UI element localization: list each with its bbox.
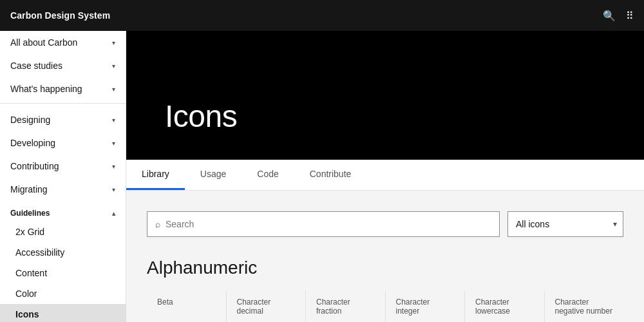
search-icon[interactable]: 🔍 xyxy=(603,10,616,22)
tabs-bar: Library Usage Code Contribute xyxy=(126,160,644,191)
table-header-character-integer: Character integer xyxy=(386,291,465,322)
table-header-character-fraction: Character fraction xyxy=(306,291,385,322)
tab-usage[interactable]: Usage xyxy=(185,160,242,190)
sidebar-item-icons[interactable]: Icons xyxy=(0,304,126,322)
tab-library[interactable]: Library xyxy=(126,160,185,190)
main-layout: All about Carbon ▾ Case studies ▾ What's… xyxy=(0,31,644,322)
sidebar-item-case-studies[interactable]: Case studies ▾ xyxy=(0,54,126,77)
table-header-character-lowercase: Character lowercase xyxy=(465,291,544,322)
chevron-down-icon: ▾ xyxy=(112,140,115,147)
sidebar-item-designing[interactable]: Designing ▾ xyxy=(0,108,126,131)
sidebar-item-migrating[interactable]: Migrating ▾ xyxy=(0,178,126,201)
chevron-down-icon: ▾ xyxy=(112,86,115,93)
sidebar-item-accessibility[interactable]: Accessibility xyxy=(0,242,126,263)
table-header-character-decimal: Character decimal xyxy=(227,291,306,322)
site-title: Carbon Design System xyxy=(10,10,110,21)
sidebar-item-all-about-carbon[interactable]: All about Carbon ▾ xyxy=(0,31,126,54)
sidebar-item-whats-happening[interactable]: What's happening ▾ xyxy=(0,77,126,100)
content-body: ⌕ All icons 16x16 20x20 24x24 32x32 ▾ Al… xyxy=(126,191,644,322)
content-area: Icons Library Usage Code Contribute ⌕ Al… xyxy=(126,31,644,322)
search-input-wrap[interactable]: ⌕ xyxy=(147,211,500,237)
chevron-down-icon: ▾ xyxy=(112,163,115,170)
guidelines-section[interactable]: Guidelines ▴ xyxy=(0,201,126,222)
sidebar-item-contributing[interactable]: Contributing ▾ xyxy=(0,155,126,178)
page-title: Icons xyxy=(165,99,237,134)
search-row: ⌕ All icons 16x16 20x20 24x24 32x32 ▾ xyxy=(147,211,623,237)
sidebar-item-developing[interactable]: Developing ▾ xyxy=(0,131,126,155)
section-title: Alphanumeric xyxy=(147,258,623,278)
tab-contribute[interactable]: Contribute xyxy=(294,160,367,190)
tab-code[interactable]: Code xyxy=(242,160,294,190)
sidebar-item-2x-grid[interactable]: 2x Grid xyxy=(0,222,126,242)
top-navigation: Carbon Design System 🔍 ⠿ xyxy=(0,0,644,31)
search-icon: ⌕ xyxy=(155,219,160,229)
table-headers: Beta Character decimal Character fractio… xyxy=(147,291,623,322)
dropdown-wrap: All icons 16x16 20x20 24x24 32x32 ▾ xyxy=(507,211,623,237)
sidebar: All about Carbon ▾ Case studies ▾ What's… xyxy=(0,31,126,322)
chevron-down-icon: ▾ xyxy=(112,186,115,193)
sidebar-item-color[interactable]: Color xyxy=(0,283,126,304)
chevron-down-icon: ▾ xyxy=(112,39,115,46)
sidebar-item-content[interactable]: Content xyxy=(0,263,126,283)
chevron-down-icon: ▾ xyxy=(112,62,115,70)
nav-icons: 🔍 ⠿ xyxy=(603,10,634,22)
all-icons-dropdown[interactable]: All icons 16x16 20x20 24x24 32x32 xyxy=(507,211,623,237)
chevron-down-icon: ▾ xyxy=(112,117,115,124)
grid-icon[interactable]: ⠿ xyxy=(626,10,634,22)
search-input[interactable] xyxy=(166,219,491,229)
table-header-character-negative: Character negative number xyxy=(545,291,624,322)
table-header-beta: Beta xyxy=(147,291,226,322)
hero-section: Icons xyxy=(126,31,644,160)
chevron-up-icon: ▴ xyxy=(112,210,115,217)
